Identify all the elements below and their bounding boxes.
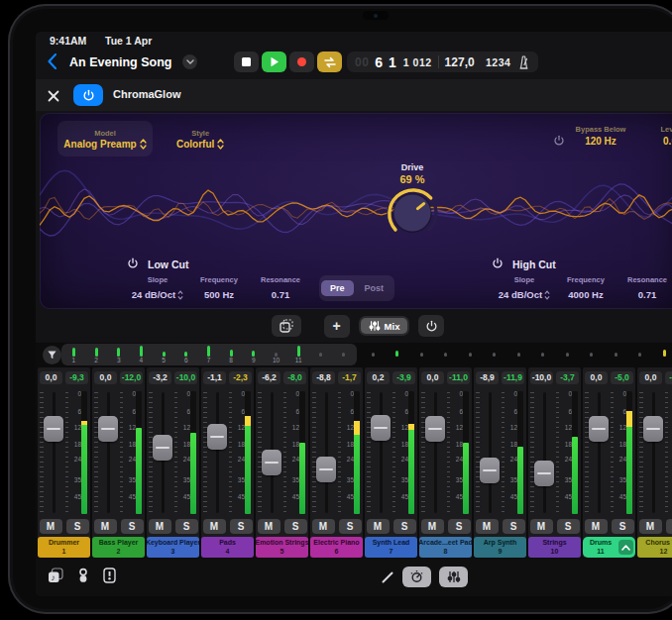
style-dropdown[interactable]: Style Colorful	[176, 121, 224, 156]
solo-button[interactable]: S	[557, 519, 580, 534]
level-control[interactable]: Level 0.0	[640, 125, 672, 147]
fader-handle[interactable]	[480, 458, 500, 483]
mute-button[interactable]: M	[312, 519, 335, 534]
solo-button[interactable]: S	[503, 519, 525, 534]
mute-button[interactable]: M	[476, 519, 499, 534]
channel-strip-4[interactable]: -1,1-2,3061218243545MSPads4	[201, 367, 254, 558]
mixer-power-button[interactable]	[418, 315, 444, 337]
channel-strip-6[interactable]: -8,8-1,7061218243545MSElectric Piano6	[310, 367, 363, 558]
channel-strip-5[interactable]: -6,2-8,0061218243545MSEmotion Strings5	[256, 367, 308, 558]
track-overview-strip[interactable]: 1234567891011	[36, 344, 672, 365]
track-label[interactable]: Synth Lead7	[365, 537, 417, 558]
solo-button[interactable]: S	[284, 519, 307, 534]
channel-strip-7[interactable]: 0,2-3,9061218243545MSSynth Lead7	[365, 367, 417, 558]
track-label[interactable]: Bass Player2	[92, 537, 145, 558]
high-cut-resonance[interactable]: Resonance 0.71	[616, 275, 672, 302]
track-label[interactable]: Keyboard Player3	[147, 537, 199, 558]
filter-button[interactable]	[43, 346, 61, 364]
mix-view-button[interactable]: Mix	[361, 318, 408, 334]
low-cut-resonance[interactable]: Resonance 0.71	[250, 275, 311, 302]
overview-window[interactable]: 1234567891011	[61, 344, 357, 365]
track-label[interactable]: Chorus V...12	[637, 537, 672, 558]
solo-button[interactable]: S	[121, 519, 144, 534]
mute-button[interactable]: M	[94, 519, 117, 534]
low-cut-frequency[interactable]: Frequency 500 Hz	[188, 275, 250, 302]
close-icon[interactable]	[48, 88, 59, 106]
bypass-below-control[interactable]: Bypass Below 120 Hz	[571, 125, 630, 147]
count-in-button[interactable]: 1234	[486, 56, 510, 68]
high-cut-frequency[interactable]: Frequency 4000 Hz	[555, 275, 616, 302]
track-label[interactable]: Drums11	[583, 537, 635, 558]
fader-handle[interactable]	[44, 416, 63, 442]
fader-handle[interactable]	[643, 416, 663, 442]
track-label[interactable]: Pads4	[201, 537, 254, 558]
plugin-power-button[interactable]	[73, 84, 103, 106]
solo-button[interactable]: S	[448, 519, 471, 534]
solo-button[interactable]: S	[230, 519, 253, 534]
connections-icon[interactable]	[76, 568, 90, 583]
play-button[interactable]	[262, 52, 286, 72]
solo-button[interactable]: S	[339, 519, 362, 534]
channel-strip-3[interactable]: -3,2-10,0061218243545MSKeyboard Player3	[147, 367, 199, 558]
solo-button[interactable]: S	[393, 519, 416, 534]
loops-browser-icon[interactable]: ♪	[48, 568, 63, 583]
solo-button[interactable]: S	[175, 519, 198, 534]
solo-button[interactable]: S	[612, 519, 634, 534]
stop-button[interactable]	[234, 52, 259, 72]
mute-button[interactable]: M	[530, 519, 553, 534]
piano-keys-icon[interactable]	[103, 568, 116, 583]
cycle-button[interactable]	[317, 52, 342, 72]
back-button[interactable]	[48, 53, 56, 73]
mute-button[interactable]: M	[149, 519, 171, 534]
collapse-chevron-button[interactable]	[618, 540, 633, 555]
channel-strip-8[interactable]: 0,0-11,0061218243545MSArcade...eet Pad8	[419, 367, 472, 558]
track-label[interactable]: Arp Synth9	[474, 537, 526, 558]
channel-strip-11[interactable]: 0,0-5,0061218243545MSDrums11	[583, 367, 635, 558]
record-button[interactable]	[289, 52, 314, 72]
mute-button[interactable]: M	[40, 519, 62, 534]
fader-handle[interactable]	[371, 415, 391, 441]
faders-view-button[interactable]	[439, 567, 468, 587]
mute-button[interactable]: M	[585, 519, 608, 534]
mute-button[interactable]: M	[639, 519, 662, 534]
post-button[interactable]: Post	[356, 280, 393, 296]
fader-handle[interactable]	[316, 457, 336, 482]
knob-view-button[interactable]	[402, 567, 431, 587]
mute-button[interactable]: M	[367, 519, 390, 534]
track-label[interactable]: Electric Piano6	[310, 537, 363, 558]
solo-button[interactable]: S	[666, 519, 672, 534]
fader-handle[interactable]	[98, 416, 118, 442]
fader-handle[interactable]	[207, 424, 227, 450]
pencil-icon[interactable]	[381, 570, 394, 584]
mute-button[interactable]: M	[421, 519, 444, 534]
fader-handle[interactable]	[153, 435, 172, 461]
track-label[interactable]: Arcade...eet Pad8	[419, 537, 472, 558]
pre-button[interactable]: Pre	[321, 280, 354, 296]
low-cut-power-icon[interactable]	[127, 258, 139, 271]
channel-strip-12[interactable]: 0,0-9,0061218243545MSChorus V...12	[637, 367, 672, 558]
bypass-power-icon[interactable]	[553, 133, 565, 151]
duplicate-button[interactable]	[272, 315, 301, 337]
channel-strip-10[interactable]: -10,0-3,7061218243545MSStrings10	[528, 367, 581, 558]
fader-handle[interactable]	[262, 450, 281, 475]
track-label[interactable]: Strings10	[528, 537, 581, 558]
drive-knob[interactable]	[385, 187, 440, 239]
song-title[interactable]: An Evening Song	[69, 55, 171, 69]
high-cut-power-icon[interactable]	[492, 258, 504, 271]
fader-handle[interactable]	[534, 461, 554, 486]
track-label[interactable]: Drummer1	[38, 537, 90, 558]
fader-handle[interactable]	[589, 416, 609, 442]
channel-strip-2[interactable]: 0,0-12,0061218243545MSBass Player2	[92, 367, 145, 558]
model-dropdown[interactable]: Model Analog Preamp	[57, 121, 153, 156]
count-in-metronome-group[interactable]: 1234	[478, 52, 538, 72]
solo-button[interactable]: S	[66, 519, 89, 534]
low-cut-slope[interactable]: Slope 24 dB/Oct	[127, 275, 188, 302]
channel-strip-9[interactable]: -8,9-11,9061218243545MSArp Synth9	[474, 367, 526, 558]
mute-button[interactable]: M	[203, 519, 226, 534]
fader-handle[interactable]	[425, 416, 445, 442]
song-menu-chevron-icon[interactable]	[182, 54, 197, 69]
mute-button[interactable]: M	[258, 519, 280, 534]
high-cut-slope[interactable]: Slope 24 dB/Oct	[494, 275, 555, 302]
add-track-button[interactable]: +	[324, 315, 350, 338]
channel-strip-1[interactable]: 0,0-9,3061218243545MSDrummer1	[38, 367, 90, 558]
